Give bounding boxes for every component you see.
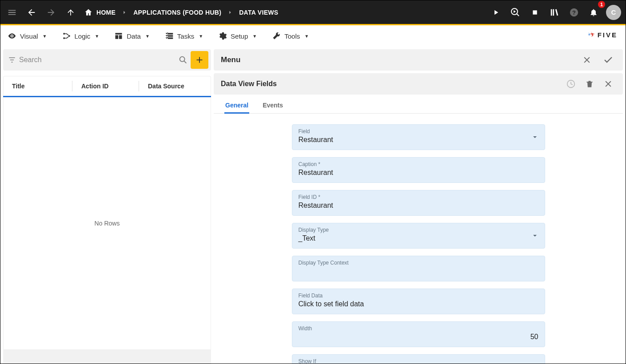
grid-empty-message: No Rows bbox=[3, 97, 211, 349]
search-icon[interactable] bbox=[178, 55, 188, 65]
field-value: Click to set field data bbox=[299, 300, 538, 308]
chevron-down-icon: ▼ bbox=[304, 34, 309, 39]
col-data-source[interactable]: Data Source bbox=[139, 81, 211, 91]
help-button[interactable]: ? bbox=[564, 3, 584, 22]
right-panel: Menu Data View Fields General Events Fie… bbox=[214, 49, 623, 364]
menu-setup[interactable]: Setup▼ bbox=[218, 32, 257, 40]
field-field-id[interactable]: Field ID * Restaurant bbox=[292, 190, 545, 216]
field-value: _Text bbox=[299, 234, 538, 242]
run-button[interactable] bbox=[486, 3, 506, 22]
menu-label: Tasks bbox=[177, 32, 194, 40]
breadcrumb-home[interactable]: HOME bbox=[80, 8, 119, 17]
search-bar bbox=[3, 49, 211, 71]
nav-back-button[interactable] bbox=[22, 3, 41, 22]
menu-label: Data bbox=[127, 32, 141, 40]
field-label: Field Data bbox=[299, 293, 538, 299]
hamburger-menu-button[interactable] bbox=[2, 3, 22, 22]
user-avatar[interactable]: C bbox=[606, 5, 621, 20]
field-value: Restaurant bbox=[299, 169, 538, 177]
field-width[interactable]: Width 50 bbox=[292, 321, 545, 347]
tab-general[interactable]: General bbox=[224, 99, 249, 113]
check-icon bbox=[603, 55, 614, 65]
home-icon bbox=[84, 8, 93, 17]
field-show-if[interactable]: Show If bbox=[292, 354, 545, 364]
stop-icon bbox=[531, 9, 538, 16]
bell-icon bbox=[589, 8, 598, 17]
chevron-down-icon bbox=[531, 232, 538, 239]
panel-header: Menu bbox=[214, 49, 623, 71]
play-icon bbox=[492, 8, 500, 16]
menu-label: Setup bbox=[231, 32, 248, 40]
stop-button[interactable] bbox=[525, 3, 545, 22]
inspect-button[interactable] bbox=[506, 3, 525, 22]
field-field-data[interactable]: Field Data Click to set field data bbox=[292, 289, 545, 314]
notifications-button[interactable]: 1 bbox=[584, 3, 603, 22]
plus-icon bbox=[195, 55, 204, 65]
chevron-down-icon: ▼ bbox=[252, 34, 257, 39]
svg-point-4 bbox=[11, 35, 12, 36]
menu-tasks[interactable]: Tasks▼ bbox=[165, 32, 203, 40]
form-scroll-region[interactable]: Field Restaurant Caption * Restaurant Fi… bbox=[214, 114, 623, 364]
field-value: Restaurant bbox=[299, 202, 538, 210]
arrow-up-icon bbox=[66, 8, 75, 17]
close-icon bbox=[582, 55, 591, 64]
search-input[interactable] bbox=[19, 56, 175, 64]
field-label: Display Type bbox=[299, 227, 538, 233]
chevron-down-icon: ▼ bbox=[145, 34, 150, 39]
svg-point-5 bbox=[63, 33, 65, 35]
field-display-type-dropdown[interactable]: Display Type _Text bbox=[292, 223, 545, 249]
history-button[interactable] bbox=[562, 75, 580, 93]
field-label: Field ID * bbox=[299, 194, 538, 200]
checklist-icon bbox=[165, 32, 174, 40]
menu-visual[interactable]: Visual▼ bbox=[8, 32, 47, 40]
field-display-type-context[interactable]: Display Type Context bbox=[292, 256, 545, 281]
field-label: Show If bbox=[299, 358, 538, 364]
tab-events[interactable]: Events bbox=[262, 99, 284, 113]
menu-data[interactable]: Data▼ bbox=[114, 32, 150, 40]
col-title[interactable]: Title bbox=[3, 81, 72, 91]
chevron-down-icon: ▼ bbox=[95, 34, 99, 39]
library-button[interactable] bbox=[545, 3, 564, 22]
close-panel-button[interactable] bbox=[578, 51, 596, 69]
filter-icon[interactable] bbox=[8, 55, 16, 64]
menu-bar: Visual▼ Logic▼ Data▼ Tasks▼ Setup▼ Tools… bbox=[0, 25, 626, 47]
field-caption[interactable]: Caption * Restaurant bbox=[292, 157, 545, 183]
grid-header: Title Action ID Data Source bbox=[3, 76, 211, 97]
menu-icon bbox=[7, 8, 17, 17]
five-logo-icon bbox=[587, 31, 595, 39]
field-value: Restaurant bbox=[299, 136, 538, 144]
field-label: Caption * bbox=[299, 161, 538, 167]
breadcrumb-label: HOME bbox=[96, 9, 116, 16]
menu-tools[interactable]: Tools▼ bbox=[272, 32, 309, 40]
books-icon bbox=[550, 8, 559, 17]
close-icon bbox=[604, 79, 613, 88]
top-bar: HOME APPLICATIONS (FOOD HUB) DATA VIEWS … bbox=[0, 0, 626, 24]
trash-icon bbox=[585, 79, 594, 88]
close-sub-button[interactable] bbox=[599, 75, 618, 93]
grid-footer bbox=[3, 349, 211, 364]
breadcrumb-applications[interactable]: APPLICATIONS (FOOD HUB) bbox=[130, 9, 225, 16]
chevron-down-icon: ▼ bbox=[43, 34, 47, 39]
branch-icon bbox=[62, 32, 71, 40]
delete-button[interactable] bbox=[580, 75, 599, 93]
help-icon: ? bbox=[569, 8, 579, 17]
menu-label: Logic bbox=[75, 32, 91, 40]
breadcrumb-label: DATA VIEWS bbox=[239, 9, 278, 16]
chevron-right-icon bbox=[119, 9, 130, 16]
chevron-down-icon: ▼ bbox=[199, 34, 203, 39]
field-label: Width bbox=[299, 325, 538, 332]
notification-badge: 1 bbox=[598, 1, 605, 8]
col-action-id[interactable]: Action ID bbox=[72, 81, 139, 91]
data-grid: Title Action ID Data Source No Rows bbox=[3, 76, 211, 364]
confirm-panel-button[interactable] bbox=[599, 51, 618, 69]
arrow-back-icon bbox=[27, 8, 36, 17]
add-button[interactable] bbox=[191, 51, 208, 69]
menu-logic[interactable]: Logic▼ bbox=[62, 32, 100, 40]
nav-up-button[interactable] bbox=[61, 3, 80, 22]
field-field-dropdown[interactable]: Field Restaurant bbox=[292, 124, 545, 150]
magnifier-play-icon bbox=[510, 7, 521, 18]
svg-point-7 bbox=[68, 35, 70, 37]
clock-icon bbox=[566, 79, 576, 89]
brand-logo: FIVE bbox=[587, 31, 618, 39]
breadcrumb-dataviews[interactable]: DATA VIEWS bbox=[235, 9, 282, 16]
